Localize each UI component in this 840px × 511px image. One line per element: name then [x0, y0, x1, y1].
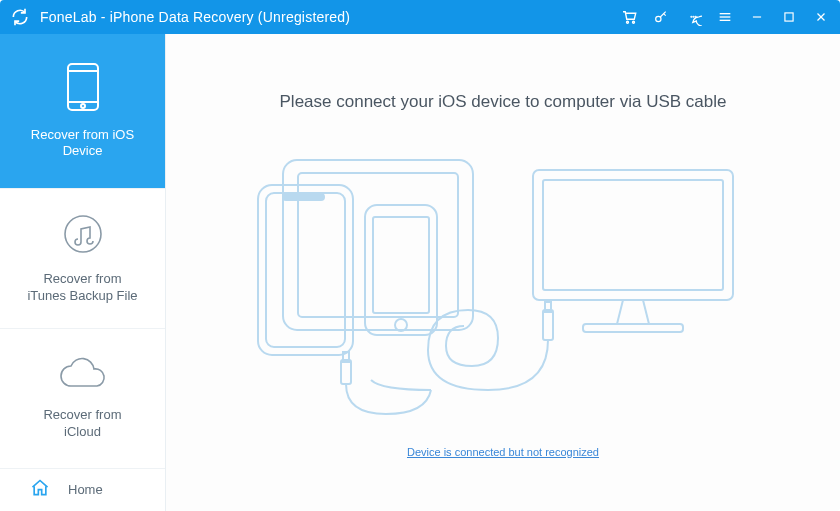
minimize-icon[interactable]	[748, 8, 766, 26]
sidebar-item-recover-itunes[interactable]: Recover from iTunes Backup File	[0, 189, 165, 329]
page-headline: Please connect your iOS device to comput…	[166, 92, 840, 112]
cloud-icon	[57, 356, 109, 397]
svg-point-5	[695, 16, 696, 17]
window-title: FoneLab - iPhone Data Recovery (Unregist…	[40, 9, 350, 25]
connect-illustration	[223, 140, 783, 440]
close-icon[interactable]	[812, 8, 830, 26]
phone-icon	[66, 62, 100, 117]
device-not-recognized-link[interactable]: Device is connected but not recognized	[407, 446, 599, 458]
home-icon	[30, 478, 50, 503]
svg-rect-23	[373, 217, 429, 313]
svg-rect-26	[543, 180, 723, 290]
svg-rect-31	[341, 360, 351, 384]
chat-icon[interactable]	[684, 8, 702, 26]
svg-point-4	[693, 16, 694, 17]
key-icon[interactable]	[652, 8, 670, 26]
svg-point-2	[656, 16, 661, 21]
svg-rect-29	[543, 310, 553, 340]
svg-rect-22	[365, 205, 437, 335]
sidebar-item-label: Recover from iTunes Backup File	[27, 271, 137, 305]
svg-rect-28	[583, 324, 683, 332]
itunes-icon	[61, 212, 105, 261]
sidebar-item-label: Recover from iOS Device	[31, 127, 134, 161]
sidebar: Recover from iOS Device Recover from iTu…	[0, 34, 166, 511]
sidebar-item-home[interactable]: Home	[0, 469, 165, 511]
svg-point-16	[81, 104, 85, 108]
svg-rect-21	[266, 193, 345, 347]
svg-rect-10	[785, 13, 793, 21]
svg-rect-25	[533, 170, 733, 300]
menu-icon[interactable]	[716, 8, 734, 26]
cart-icon[interactable]	[620, 8, 638, 26]
main-panel: Please connect your iOS device to comput…	[166, 34, 840, 511]
sidebar-item-label: Home	[68, 482, 103, 499]
sidebar-item-recover-ios-device[interactable]: Recover from iOS Device	[0, 34, 165, 189]
svg-point-0	[627, 21, 629, 23]
sidebar-item-recover-icloud[interactable]: Recover from iCloud	[0, 329, 165, 469]
svg-point-3	[690, 16, 691, 17]
titlebar: FoneLab - iPhone Data Recovery (Unregist…	[0, 0, 840, 34]
maximize-icon[interactable]	[780, 8, 798, 26]
svg-point-17	[65, 216, 101, 252]
app-logo-icon	[10, 7, 30, 27]
sidebar-item-label: Recover from iCloud	[43, 407, 121, 441]
svg-point-1	[633, 21, 635, 23]
